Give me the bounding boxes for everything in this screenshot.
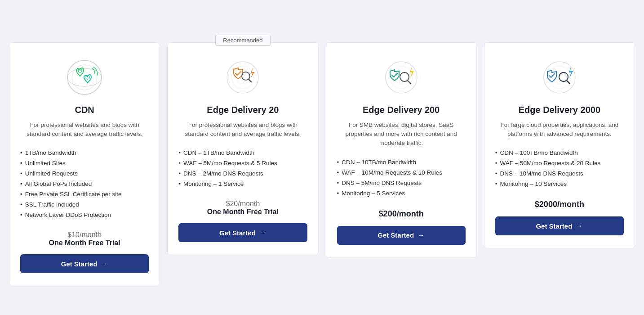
plan-description-edge-delivery-200: For SMB websites, digital stores, SaaS p… xyxy=(337,121,466,148)
feature-item: CDN – 10TB/mo Bandwidth xyxy=(337,157,466,167)
price: $200/month xyxy=(379,209,424,218)
arrow-icon: → xyxy=(101,260,108,268)
plan-pricing-cdn: $10/monthOne Month Free Trial xyxy=(49,231,120,247)
feature-item: 1TB/mo Bandwidth xyxy=(20,148,149,158)
original-price: $20/month xyxy=(207,200,279,208)
svg-line-19 xyxy=(567,81,570,84)
plan-title-edge-delivery-2000: Edge Delivery 2000 xyxy=(519,105,600,115)
feature-item: DNS – 2M/mo DNS Requests xyxy=(178,168,307,179)
price: $2000/month xyxy=(535,200,584,209)
feature-item: WAF – 50M/mo Requests & 20 Rules xyxy=(495,158,624,168)
arrow-icon: → xyxy=(259,229,266,237)
plan-description-edge-delivery-20: For professional websites and blogs with… xyxy=(178,121,307,139)
feature-item: All Global PoPs Included xyxy=(20,179,149,189)
button-label: Get Started xyxy=(219,229,256,237)
svg-line-14 xyxy=(408,81,411,84)
plan-icon-edge-delivery-200 xyxy=(381,57,422,98)
pricing-section: CDNFor professional websites and blogs w… xyxy=(9,29,635,287)
get-started-button-edge-delivery-200[interactable]: Get Started → xyxy=(337,226,466,245)
feature-item: Network Layer DDoS Protection xyxy=(20,210,149,220)
plan-title-edge-delivery-200: Edge Delivery 200 xyxy=(363,105,440,115)
feature-item: Monitoring – 1 Service xyxy=(178,179,307,189)
plan-features-edge-delivery-2000: CDN – 100TB/mo BandwidthWAF – 50M/mo Req… xyxy=(495,148,624,189)
get-started-button-edge-delivery-2000[interactable]: Get Started → xyxy=(495,216,624,235)
plan-pricing-edge-delivery-2000: $2000/month xyxy=(535,200,584,209)
plan-icon-cdn xyxy=(64,57,105,98)
svg-line-9 xyxy=(249,79,251,82)
feature-item: SSL Traffic Included xyxy=(20,199,149,210)
feature-item: CDN – 100TB/mo Bandwidth xyxy=(495,148,624,158)
button-label: Get Started xyxy=(61,260,98,268)
plan-card-edge-delivery-2000: Edge Delivery 2000For large cloud proper… xyxy=(484,42,635,249)
button-label: Get Started xyxy=(536,222,572,230)
feature-item: Unlimited Requests xyxy=(20,168,149,179)
feature-item: DNS – 10M/mo DNS Requests xyxy=(495,168,624,179)
button-label: Get Started xyxy=(378,231,414,239)
get-started-button-cdn[interactable]: Get Started → xyxy=(20,254,149,273)
arrow-icon: → xyxy=(417,231,425,239)
feature-item: Free Private SSL Certificate per site xyxy=(20,189,149,199)
plan-card-cdn: CDNFor professional websites and blogs w… xyxy=(9,42,160,287)
plan-description-cdn: For professional websites and blogs with… xyxy=(20,121,149,139)
plan-card-edge-delivery-20: Recommended Edge Delivery 20For professi… xyxy=(167,42,318,256)
plan-icon-edge-delivery-2000 xyxy=(539,57,580,98)
plan-icon-edge-delivery-20 xyxy=(222,57,263,98)
plan-card-edge-delivery-200: Edge Delivery 200For SMB websites, digit… xyxy=(326,42,477,258)
plan-features-cdn: 1TB/mo BandwidthUnlimited SitesUnlimited… xyxy=(20,148,149,220)
arrow-icon: → xyxy=(576,222,583,230)
feature-item: WAF – 10M/mo Requests & 10 Rules xyxy=(337,167,466,178)
feature-item: Monitoring – 10 Services xyxy=(495,179,624,189)
feature-item: WAF – 5M/mo Requests & 5 Rules xyxy=(178,158,307,168)
feature-item: Unlimited Sites xyxy=(20,158,149,168)
plan-description-edge-delivery-2000: For large cloud properties, applications… xyxy=(495,121,624,139)
plan-title-edge-delivery-20: Edge Delivery 20 xyxy=(207,105,279,115)
original-price: $10/month xyxy=(49,231,120,239)
trial-text: One Month Free Trial xyxy=(49,239,120,247)
trial-text: One Month Free Trial xyxy=(207,208,279,216)
feature-item: CDN – 1TB/mo Bandwidth xyxy=(178,148,307,158)
feature-item: Monitoring – 5 Services xyxy=(337,188,466,198)
plan-pricing-edge-delivery-20: $20/monthOne Month Free Trial xyxy=(207,200,279,216)
feature-item: DNS – 5M/mo DNS Requests xyxy=(337,178,466,188)
plan-features-edge-delivery-20: CDN – 1TB/mo BandwidthWAF – 5M/mo Reques… xyxy=(178,148,307,189)
plan-features-edge-delivery-200: CDN – 10TB/mo BandwidthWAF – 10M/mo Requ… xyxy=(337,157,466,198)
plan-pricing-edge-delivery-200: $200/month xyxy=(379,209,424,219)
plan-title-cdn: CDN xyxy=(75,105,94,115)
recommended-badge: Recommended xyxy=(215,35,270,46)
get-started-button-edge-delivery-20[interactable]: Get Started → xyxy=(178,223,307,242)
